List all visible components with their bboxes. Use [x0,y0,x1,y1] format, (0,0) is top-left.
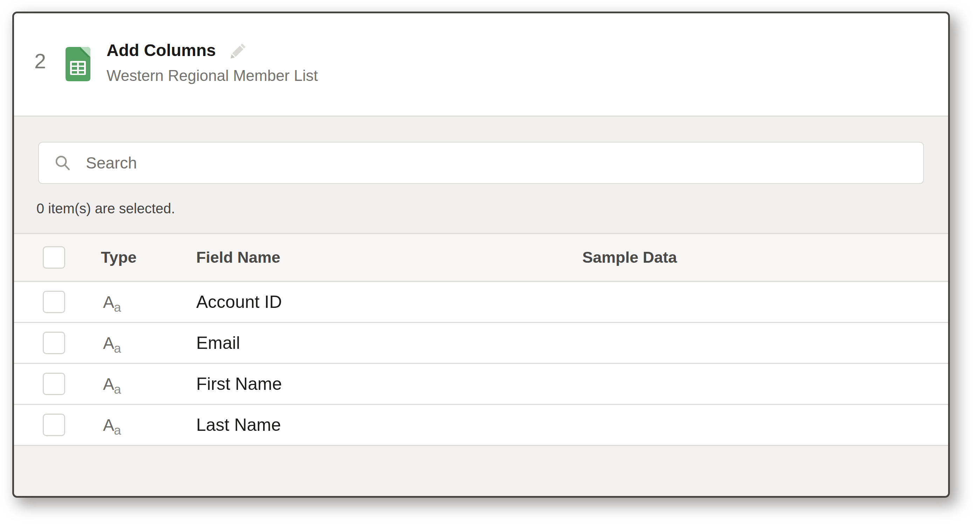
search-input[interactable] [85,153,913,173]
field-name-label: First Name [196,364,282,404]
panel-header: 2 Add Columns Western Regional Memb [14,13,948,116]
field-name-label: Email [196,323,240,363]
text-type-icon: Aa [103,364,122,404]
table-header-row: Type Field Name Sample Data [14,234,948,281]
text-type-icon: Aa [103,323,122,363]
column-header-field-name: Field Name [196,234,280,281]
search-box[interactable] [38,142,924,184]
text-type-icon: Aa [103,282,122,322]
step-subtitle: Western Regional Member List [107,67,318,85]
table-row[interactable]: Aa Last Name [14,405,948,445]
row-checkbox[interactable] [43,332,65,354]
edit-pencil-icon[interactable] [229,41,248,60]
row-checkbox[interactable] [43,373,65,395]
search-icon [54,154,72,172]
table-row[interactable]: Aa First Name [14,364,948,404]
column-header-sample-data: Sample Data [582,234,677,281]
google-sheets-icon [65,47,91,81]
table-row[interactable]: Aa Account ID [14,282,948,322]
step-title: Add Columns [107,41,216,60]
field-name-label: Account ID [196,282,282,322]
row-checkbox[interactable] [43,291,65,313]
select-all-checkbox[interactable] [43,246,65,269]
row-checkbox[interactable] [43,414,65,436]
column-header-type: Type [101,234,137,281]
text-type-icon: Aa [103,405,122,445]
step-number: 2 [34,49,46,73]
footer-band [14,446,948,496]
selection-status: 0 item(s) are selected. [37,201,175,216]
step-config-panel: 2 Add Columns Western Regional Memb [12,11,950,498]
field-name-label: Last Name [196,405,281,445]
table-row[interactable]: Aa Email [14,323,948,363]
search-section: 0 item(s) are selected. [14,117,948,233]
